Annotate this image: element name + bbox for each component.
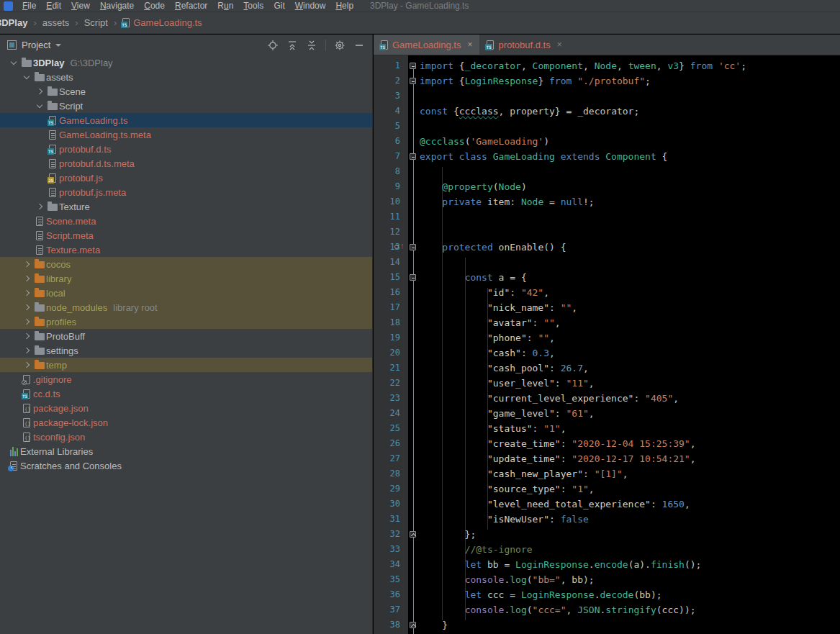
chevron-right-icon[interactable] <box>20 363 33 367</box>
code-line-34[interactable]: 34 let bb = LoginResponse.encode(a).fini… <box>374 557 840 572</box>
fold-column[interactable] <box>408 497 420 512</box>
code-text[interactable]: "current_level_experience": "405", <box>420 391 679 406</box>
line-number[interactable]: 6 <box>374 134 408 149</box>
fold-collapse-icon[interactable] <box>410 78 416 84</box>
line-number[interactable]: 38 <box>374 617 408 633</box>
code-text[interactable]: import {_decorator, Component, Node, twe… <box>420 58 746 73</box>
menu-help[interactable]: Help <box>330 0 358 12</box>
code-text[interactable]: import {LoginResponse} from "./protobuf"… <box>420 73 651 89</box>
code-line-14[interactable]: 14 <box>374 255 840 270</box>
tree-item-protobuff[interactable]: ProtoBuff <box>0 329 372 343</box>
code-text[interactable]: protected onEnable() { <box>420 240 566 255</box>
fold-column[interactable] <box>408 119 420 134</box>
code-text[interactable]: "avatar": "", <box>420 315 561 330</box>
code-lines[interactable]: 1import {_decorator, Component, Node, tw… <box>374 55 840 633</box>
chevron-down-icon[interactable] <box>55 44 61 47</box>
code-text[interactable]: console.log("bb=", bb); <box>420 572 595 587</box>
code-line-32[interactable]: 32 }; <box>374 527 840 542</box>
line-number[interactable]: 7 <box>374 149 408 164</box>
code-text[interactable]: "update_time": "2020-12-17 10:54:21", <box>420 451 696 466</box>
code-line-29[interactable]: 29 "source_type": "1", <box>374 481 840 497</box>
code-line-19[interactable]: 19 "phone": "", <box>374 330 840 345</box>
tree-item-node-modules[interactable]: node_moduleslibrary root <box>0 300 372 314</box>
menu-git[interactable]: Git <box>268 0 289 12</box>
hide-panel-icon[interactable] <box>353 40 365 51</box>
code-line-21[interactable]: 21 "cash_pool": 26.7, <box>374 361 840 376</box>
line-number[interactable]: 2 <box>374 73 408 89</box>
fold-collapse-icon[interactable] <box>410 274 416 281</box>
fold-column[interactable] <box>408 391 420 406</box>
tree-item-temp[interactable]: temp <box>0 358 372 372</box>
code-text[interactable]: } <box>420 617 448 633</box>
line-number[interactable]: 26 <box>374 436 408 451</box>
fold-column[interactable] <box>408 557 420 572</box>
chevron-down-icon[interactable] <box>20 76 33 78</box>
line-number[interactable]: 25 <box>374 421 408 436</box>
code-line-7[interactable]: 7export class GameLoading extends Compon… <box>374 149 840 164</box>
line-number[interactable]: 5 <box>374 119 408 134</box>
fold-column[interactable] <box>408 376 420 391</box>
tree-item-external-libraries[interactable]: External Libraries <box>0 444 372 458</box>
fold-column[interactable] <box>408 466 420 481</box>
code-text[interactable]: let ccc = LoginResponse.decode(bb); <box>420 587 662 602</box>
fold-column[interactable] <box>408 240 420 255</box>
code-line-24[interactable]: 24 "game_level": "61", <box>374 406 840 421</box>
tree-item-3dplay[interactable]: 3DPlayG:\3DPlay <box>0 55 372 70</box>
line-number[interactable]: 27 <box>374 451 408 466</box>
line-number[interactable]: 15 <box>374 270 408 285</box>
chevron-right-icon[interactable] <box>33 204 46 209</box>
code-text[interactable]: console.log("ccc=", JSON.stringify(ccc))… <box>420 602 696 617</box>
fold-column[interactable] <box>408 602 420 617</box>
fold-collapse-icon[interactable] <box>410 63 416 69</box>
chevron-right-icon[interactable] <box>33 89 46 94</box>
code-line-36[interactable]: 36 let ccc = LoginResponse.decode(bb); <box>374 587 840 602</box>
code-line-12[interactable]: 12 <box>374 225 840 240</box>
fold-column[interactable] <box>408 255 420 270</box>
code-text[interactable]: "user_level": "11", <box>420 376 595 391</box>
tree-item-protobuf-js-meta[interactable]: protobuf.js.meta <box>0 185 372 199</box>
code-line-6[interactable]: 6@ccclass('GameLoading') <box>374 134 840 149</box>
code-line-2[interactable]: 2import {LoginResponse} from "./protobuf… <box>374 73 840 89</box>
code-text[interactable]: "game_level": "61", <box>420 406 595 421</box>
fold-column[interactable] <box>408 436 420 451</box>
code-line-5[interactable]: 5 <box>374 119 840 134</box>
tab-gameloading-ts[interactable]: TSGameLoading.ts× <box>374 35 479 55</box>
fold-column[interactable] <box>408 361 420 376</box>
fold-column[interactable] <box>408 104 420 119</box>
code-line-13[interactable]: 13↑ protected onEnable() { <box>374 240 840 255</box>
code-line-16[interactable]: 16 "id": "42", <box>374 285 840 300</box>
breadcrumb-assets[interactable]: assets <box>41 17 71 28</box>
fold-column[interactable] <box>408 164 420 179</box>
code-line-33[interactable]: 33 //@ts-ignore <box>374 542 840 557</box>
chevron-down-icon[interactable] <box>7 62 20 64</box>
menu-window[interactable]: Window <box>290 0 331 12</box>
menu-tools[interactable]: Tools <box>238 0 268 12</box>
code-text[interactable]: "level_need_total_experience": 1650, <box>420 497 690 512</box>
tree-item-script-meta[interactable]: Script.meta <box>0 228 372 243</box>
fold-column[interactable] <box>408 270 420 285</box>
code-text[interactable]: "cash": 0.3, <box>420 345 555 361</box>
code-line-9[interactable]: 9 @property(Node) <box>374 179 840 194</box>
line-number[interactable]: 22 <box>374 376 408 391</box>
line-number[interactable]: 21 <box>374 361 408 376</box>
fold-column[interactable] <box>408 617 420 633</box>
fold-column[interactable] <box>408 89 420 104</box>
breadcrumb-script[interactable]: Script <box>83 17 109 28</box>
fold-collapse-icon[interactable] <box>410 153 416 160</box>
fold-column[interactable] <box>408 285 420 300</box>
menu-edit[interactable]: Edit <box>41 0 66 12</box>
close-tab-icon[interactable]: × <box>467 40 472 50</box>
code-text[interactable]: "source_type": "1", <box>420 481 595 497</box>
line-number[interactable]: 3 <box>374 89 408 104</box>
code-line-18[interactable]: 18 "avatar": "", <box>374 315 840 330</box>
tree-item-texture-meta[interactable]: Texture.meta <box>0 243 372 257</box>
menu-refactor[interactable]: Refactor <box>170 0 212 12</box>
tree-item-local[interactable]: local <box>0 286 372 300</box>
code-line-27[interactable]: 27 "update_time": "2020-12-17 10:54:21", <box>374 451 840 466</box>
line-number[interactable]: 18 <box>374 315 408 330</box>
line-number[interactable]: 29 <box>374 481 408 497</box>
code-line-4[interactable]: 4const {ccclass, property} = _decorator; <box>374 104 840 119</box>
tree-item-protobuf-d-ts-meta[interactable]: protobuf.d.ts.meta <box>0 156 372 171</box>
expand-all-icon[interactable] <box>286 40 298 51</box>
line-number[interactable]: 32 <box>374 527 408 542</box>
